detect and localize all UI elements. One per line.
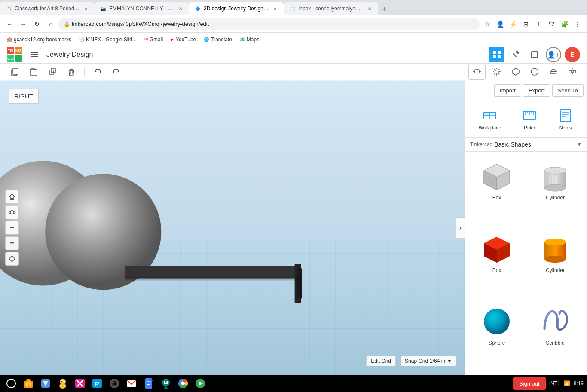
tab-4[interactable]: ✉️ Inbox - connellyemmalyn@gcas... ✕ (284, 2, 378, 15)
qr-button[interactable]: ⊞ (520, 18, 532, 30)
taskbar-camera2-button[interactable] (107, 376, 122, 391)
taskbar-docs-button[interactable] (141, 376, 156, 391)
notes-button[interactable]: Notes (554, 106, 577, 132)
bookmark-youtube[interactable]: ▶ YouTube (167, 36, 199, 43)
send-to-button[interactable]: Send To (552, 84, 584, 97)
mirror-button[interactable] (565, 64, 580, 80)
logo-ker: KER (15, 47, 22, 54)
bookmark-gcasdk[interactable]: 🏫 gcasdk12.org bookmarks (3, 36, 75, 43)
extensions-button[interactable]: ⚡ (507, 18, 519, 30)
user-avatar[interactable]: E (565, 47, 580, 62)
circle-tool-button[interactable] (527, 64, 542, 80)
edit-grid-button[interactable]: Edit Grid (366, 356, 396, 366)
address-bar[interactable]: 🔒 tinkercad.com/things/l3pSkWXCmqf-jewel… (58, 18, 480, 30)
camera-target-button[interactable] (468, 64, 486, 80)
hammer-button[interactable] (508, 47, 523, 62)
tab-3-close[interactable]: ✕ (272, 5, 278, 12)
import-button[interactable]: Import (494, 84, 521, 97)
shape-cylinder-gray[interactable]: Cylinder (527, 155, 584, 226)
shape-box-red[interactable]: Box (468, 228, 525, 299)
forward-button[interactable]: → (17, 18, 29, 30)
svg-point-160 (181, 382, 185, 385)
svg-point-121 (544, 256, 566, 263)
fit-view-button[interactable] (5, 252, 19, 266)
shape-box-gray[interactable]: Box (468, 155, 525, 226)
taskbar-camera-button[interactable] (21, 376, 36, 391)
taskbar-pearson-button[interactable]: P (89, 376, 105, 391)
duplicate-button[interactable] (45, 64, 60, 80)
delete-button[interactable] (64, 64, 79, 80)
tab-2[interactable]: 📷 EMMALYN CONNELLY - Photo D... ✕ (95, 2, 189, 15)
home-view-button[interactable] (5, 190, 19, 204)
puzzle-button[interactable]: 🧩 (559, 18, 571, 30)
shape-sphere-blue-image (477, 304, 516, 338)
taskbar-linux-button[interactable] (55, 376, 70, 391)
align-button[interactable] (546, 64, 561, 80)
profile-button[interactable]: 👤 (494, 18, 506, 30)
library-dropdown-arrow[interactable]: ▼ (577, 141, 582, 147)
sign-out-button[interactable]: Sign out (513, 377, 546, 390)
shape-sphere-blue[interactable]: Sphere (468, 300, 525, 371)
bookmark-star-button[interactable]: ☆ (481, 18, 493, 30)
snap-grid-control[interactable]: Snap Grid 1/64 in ▼ (401, 356, 456, 366)
taskbar-x-button[interactable] (72, 376, 88, 391)
new-tab-button[interactable]: + (378, 3, 390, 15)
bookmark-maps[interactable]: 🗺️ Maps (236, 36, 263, 43)
reload-button[interactable]: ↻ (31, 18, 43, 30)
light-button[interactable] (489, 64, 504, 80)
menu-button[interactable] (28, 48, 41, 61)
home-button[interactable]: ⌂ (45, 18, 57, 30)
translate-button[interactable]: T (533, 18, 545, 30)
library-category-title: Basic Shapes (494, 141, 575, 148)
workplane-label: Workplane (479, 125, 501, 130)
svg-point-37 (531, 68, 538, 75)
tab-1-close[interactable]: ✕ (83, 5, 89, 12)
tab-1[interactable]: 📋 Classwork for Art 8 Period 1, M... ✕ (0, 2, 95, 15)
viewport[interactable]: RIGHT + (0, 80, 465, 375)
zoom-in-button[interactable]: + (5, 221, 19, 235)
more-button[interactable]: ⋮ (572, 18, 584, 30)
svg-point-156 (166, 381, 168, 383)
ruler-button[interactable]: Ruler (518, 106, 541, 132)
workplane-button[interactable]: Workplane (475, 106, 504, 132)
shape-cylinder-gray-image (536, 159, 575, 193)
paste-button[interactable] (26, 64, 41, 80)
taskbar-chrome-button[interactable] (175, 376, 191, 391)
taskbar-play-button[interactable] (193, 376, 208, 391)
orbit-button[interactable] (5, 205, 19, 219)
collapse-panel-button[interactable]: › (456, 217, 465, 238)
bookmark-knex[interactable]: 📑 K'NEX - Google Slid... (76, 36, 140, 43)
tinkercad-logo[interactable]: TIN KER CAD (7, 47, 22, 62)
polygon-button[interactable] (508, 64, 523, 80)
shape-cylinder-orange[interactable]: Cylinder (527, 228, 584, 299)
back-button[interactable]: ← (3, 18, 15, 30)
box-view-button[interactable] (527, 47, 542, 62)
grid-view-button[interactable] (489, 47, 504, 62)
add-user-button[interactable]: 👤+ (546, 47, 561, 62)
copy-button[interactable] (7, 64, 22, 80)
taskbar-maps-button[interactable] (38, 376, 53, 391)
tab-4-close[interactable]: ✕ (366, 5, 373, 12)
taskbar-gmail-button[interactable] (124, 376, 139, 391)
redo-button[interactable] (109, 64, 124, 80)
zoom-out-button[interactable]: − (5, 236, 19, 250)
export-button[interactable]: Export (523, 84, 550, 97)
tab-3[interactable]: 🔷 3D design Jewelry Design | Tink... ✕ (189, 2, 284, 15)
svg-line-32 (494, 69, 495, 70)
tab-2-close[interactable]: ✕ (177, 5, 184, 12)
svg-point-135 (64, 381, 64, 382)
undo-button[interactable] (90, 64, 105, 80)
logo-cad: CAD (7, 55, 14, 62)
snap-grid-label: Snap Grid (405, 358, 428, 364)
shape-library-header[interactable]: Tinkercad Basic Shapes ▼ (465, 138, 587, 152)
shape-scribble[interactable]: Scribble (527, 300, 584, 371)
svg-rect-40 (551, 72, 556, 74)
svg-point-84 (10, 211, 14, 214)
taskbar-hangouts-button[interactable] (158, 376, 174, 391)
undo-icon (93, 67, 102, 77)
shield-button[interactable]: 🛡 (546, 18, 558, 30)
viewport-scene (0, 80, 465, 375)
bookmark-translate[interactable]: 🌐 Translate (200, 36, 235, 43)
taskbar-power-button[interactable] (3, 376, 19, 391)
bookmark-gmail[interactable]: ✉ Gmail (141, 36, 166, 43)
